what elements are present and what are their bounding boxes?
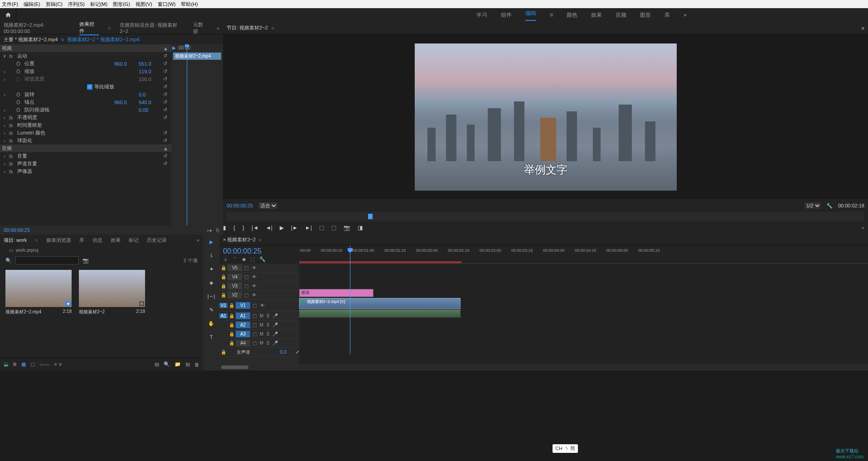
- timeline-scrollbar[interactable]: [219, 364, 868, 370]
- wrench-icon[interactable]: 🔧: [826, 203, 833, 209]
- extract-icon[interactable]: ⬚: [331, 225, 336, 231]
- workspace-learning[interactable]: 学习: [476, 11, 487, 19]
- home-button[interactable]: [0, 8, 16, 22]
- menu-graphics[interactable]: 图形(G): [113, 1, 130, 8]
- panner-row[interactable]: ›fx 声像器: [0, 168, 171, 175]
- workspace-overflow-icon[interactable]: »: [684, 12, 687, 18]
- menu-edit[interactable]: 编辑(E): [24, 1, 40, 8]
- trash-icon[interactable]: 🗑: [194, 362, 199, 367]
- track-master[interactable]: 🔒主声道0.0⤢: [219, 348, 299, 357]
- tab-effect-controls[interactable]: 效果控件: [79, 21, 99, 35]
- mark-out-icon[interactable]: {: [233, 225, 235, 231]
- anchor-property[interactable]: Ö 锚点 960.0 540.0 ↺: [0, 98, 171, 106]
- tab-markers[interactable]: 标记: [129, 237, 139, 244]
- new-item-icon[interactable]: ▤: [185, 361, 190, 367]
- tab-info[interactable]: 信息: [92, 237, 102, 244]
- tab-media-browser[interactable]: 媒体浏览器: [46, 237, 71, 244]
- play-only-icon[interactable]: ▹▸: [207, 227, 213, 233]
- ef-timeline-clip[interactable]: 视频素材2~2.mp4: [173, 53, 221, 60]
- menu-help[interactable]: 帮助(H): [181, 1, 198, 8]
- track-a2[interactable]: 🔒A2⬚MS🎤: [219, 321, 299, 330]
- motion-effect-row[interactable]: ∨fx 运动 ↺: [0, 52, 171, 60]
- clip-audio[interactable]: [299, 309, 461, 317]
- project-item[interactable]: ■ 视频素材2~2.mp42:18: [5, 270, 72, 315]
- track-v5[interactable]: 🔒V5⬚👁: [219, 264, 299, 273]
- menu-clip[interactable]: 剪辑(C): [46, 1, 63, 8]
- uniform-scale-row[interactable]: ✓ 等比缩放 ↺: [0, 83, 171, 91]
- workspace-menu-icon[interactable]: ≡: [550, 12, 553, 18]
- timeline-playhead[interactable]: [350, 245, 350, 354]
- write-lock-icon[interactable]: ⬓: [4, 361, 8, 367]
- workspace-libraries[interactable]: 库: [664, 11, 670, 19]
- workspace-color[interactable]: 颜色: [567, 11, 577, 19]
- program-timecode[interactable]: 00:00:00:25: [227, 203, 253, 208]
- ime-badge[interactable]: CH ㄋ 简: [553, 444, 578, 453]
- hand-tool-icon[interactable]: ✋: [207, 319, 216, 328]
- type-tool-icon[interactable]: T: [207, 332, 216, 341]
- track-v2[interactable]: 🔒V2⬚👁: [219, 291, 299, 300]
- source-sequence-link[interactable]: 视频素材2~2 * 视频素材2~2.mp4: [67, 36, 140, 43]
- timeline-ruler[interactable]: :00:00 00:00:00:15 00:00:01:00 00:00:01:…: [299, 245, 868, 264]
- program-menu-icon[interactable]: ≡: [862, 25, 864, 31]
- workspace-audio[interactable]: 音频: [616, 11, 626, 19]
- menu-window[interactable]: 窗口(W): [158, 1, 176, 8]
- link-icon[interactable]: ⌒: [233, 256, 238, 263]
- razor-tool-icon[interactable]: ◈: [207, 278, 216, 287]
- add-button-icon[interactable]: +: [862, 225, 864, 230]
- step-forward-icon[interactable]: |►: [291, 225, 298, 231]
- workspace-effects[interactable]: 效果: [591, 11, 602, 19]
- track-select-tool-icon[interactable]: ⤹: [207, 251, 216, 260]
- clip-graphic[interactable]: 图形: [299, 289, 373, 297]
- rotation-property[interactable]: ›Ö 旋转 0.0 ↺: [0, 91, 171, 98]
- track-a4[interactable]: 🔒A4⬚MS🎤: [219, 339, 299, 348]
- menu-sequence[interactable]: 序列(S): [68, 1, 85, 8]
- program-scrubber[interactable]: [227, 212, 864, 221]
- tab-effects[interactable]: 效果: [111, 237, 121, 244]
- time-remap-row[interactable]: ›fx 时间重映射: [0, 121, 171, 129]
- step-back-icon[interactable]: ◄|: [266, 225, 272, 231]
- tab-libraries[interactable]: 库: [79, 237, 84, 244]
- camera-filter-icon[interactable]: 📷: [82, 258, 89, 264]
- timeline-sequence-tab[interactable]: × 视频素材2~2: [223, 236, 256, 243]
- snap-icon[interactable]: ⫝: [223, 256, 228, 263]
- tab-audio-mixer[interactable]: 音频剪辑混合器: 视频素材2~2: [120, 22, 184, 34]
- ripple-tool-icon[interactable]: ✦: [207, 264, 216, 274]
- export-frame-icon[interactable]: ⎘: [216, 227, 219, 233]
- menu-view[interactable]: 视图(V): [136, 1, 152, 8]
- play-icon[interactable]: ▶: [280, 225, 284, 231]
- track-a1[interactable]: A1🔒A1⬚MS🎤: [219, 312, 299, 321]
- camera-icon[interactable]: 📷: [344, 225, 350, 231]
- menu-file[interactable]: 文件(F): [2, 1, 18, 8]
- lumetri-row[interactable]: ›fx Lumetri 颜色 ↺: [0, 129, 171, 137]
- panel-overflow-icon[interactable]: »: [217, 25, 219, 31]
- new-bin-icon[interactable]: 📁: [175, 361, 181, 367]
- go-to-in-icon[interactable]: |◄: [252, 225, 258, 231]
- scale-property[interactable]: ›Ö 缩放 119.0 ↺: [0, 67, 171, 75]
- channel-volume-row[interactable]: ›fx 声道音量 ↺: [0, 160, 171, 168]
- menu-marker[interactable]: 标记(M): [90, 1, 108, 8]
- slip-tool-icon[interactable]: |↔|: [207, 292, 216, 301]
- list-view-icon[interactable]: ≣: [13, 361, 17, 367]
- chevron-down-icon[interactable]: ∨: [61, 37, 64, 43]
- effect-timecode[interactable]: 00:00:00:25: [4, 227, 30, 233]
- workspace-editing[interactable]: 编辑: [525, 10, 536, 21]
- uniform-scale-checkbox[interactable]: ✓: [87, 84, 92, 90]
- timeline-clip-area[interactable]: 图形 ▣ 视频素材2~2.mp4 [V]: [299, 264, 868, 364]
- effect-controls-timeline[interactable]: ▶ :00:00 视频素材2~2.mp4: [171, 44, 223, 226]
- volume-row[interactable]: ›fx 音量 ↺: [0, 152, 171, 160]
- spherize-row[interactable]: ›fx 球面化 ↺: [0, 137, 171, 144]
- freeform-icon[interactable]: ▢: [30, 361, 35, 367]
- mark-in-icon[interactable]: ▮: [223, 225, 226, 231]
- mark-clip-icon[interactable]: }: [242, 225, 244, 231]
- tab-metadata[interactable]: 元数据: [193, 21, 208, 35]
- clip-video[interactable]: ▣ 视频素材2~2.mp4 [V]: [299, 298, 461, 309]
- track-v3[interactable]: 🔒V3⬚👁: [219, 282, 299, 291]
- workspace-graphics[interactable]: 图形: [640, 11, 651, 19]
- settings-icon[interactable]: ⬚: [250, 256, 255, 263]
- project-search-input[interactable]: [15, 256, 79, 264]
- track-v1[interactable]: V1🔒V1⬚👁: [219, 300, 299, 312]
- sort-icon[interactable]: ≡ ∨: [54, 361, 62, 367]
- ef-playhead[interactable]: [187, 44, 187, 226]
- resolution-dropdown[interactable]: 1/2: [805, 202, 821, 209]
- project-overflow-icon[interactable]: »: [197, 237, 199, 243]
